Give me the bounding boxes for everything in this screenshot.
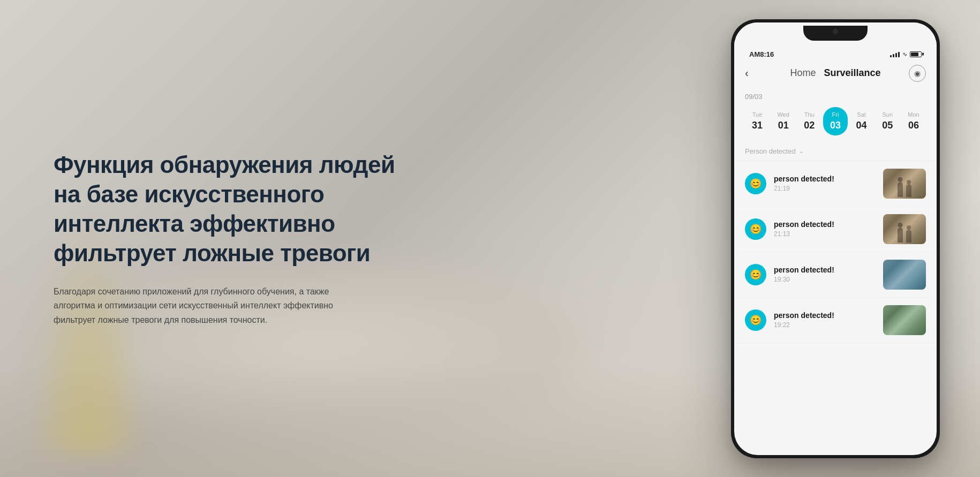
event-title-3: person detected! bbox=[774, 311, 877, 320]
day-item-02[interactable]: Thu02 bbox=[797, 107, 821, 135]
event-title-0: person detected! bbox=[774, 175, 877, 183]
signal-bar-1 bbox=[890, 55, 892, 57]
wifi-icon: ∿ bbox=[902, 51, 907, 58]
event-icon-0: 😊 bbox=[745, 173, 766, 194]
event-item-0[interactable]: 😊person detected!21:19 bbox=[734, 161, 937, 207]
event-title-2: person detected! bbox=[774, 266, 877, 274]
event-thumb-inner-0 bbox=[883, 169, 926, 199]
signal-bar-2 bbox=[893, 54, 894, 57]
day-num-03: 03 bbox=[830, 120, 841, 131]
left-section: Функция обнаружения людейна базе искусст… bbox=[0, 0, 466, 477]
event-info-2: person detected!19:30 bbox=[774, 266, 877, 283]
event-time-3: 19:22 bbox=[774, 321, 877, 329]
event-thumb-0 bbox=[883, 169, 926, 199]
filter-chevron-icon: ⌄ bbox=[799, 148, 804, 155]
event-time-2: 19:30 bbox=[774, 276, 877, 283]
day-item-01[interactable]: Wed01 bbox=[771, 107, 796, 135]
main-title: Функция обнаружения людейна базе искусст… bbox=[54, 150, 423, 268]
day-name-31: Tue bbox=[752, 111, 763, 118]
signal-bar-4 bbox=[898, 52, 900, 57]
day-item-31[interactable]: Tue31 bbox=[745, 107, 770, 135]
day-picker: Tue31Wed01Thu02Fri03Sat04Sun05Mon06 bbox=[745, 107, 926, 135]
day-name-04: Sat bbox=[857, 111, 866, 118]
sub-text: Благодаря сочетанию приложений для глуби… bbox=[54, 285, 353, 327]
back-button[interactable]: ‹ bbox=[745, 67, 762, 79]
event-info-1: person detected!21:13 bbox=[774, 220, 877, 238]
day-num-31: 31 bbox=[752, 120, 763, 131]
day-item-05[interactable]: Sun05 bbox=[875, 107, 900, 135]
event-thumb-1 bbox=[883, 214, 926, 244]
phone-camera bbox=[833, 29, 838, 34]
screen-content: 09/03 Tue31Wed01Thu02Fri03Sat04Sun05Mon0… bbox=[734, 88, 937, 455]
day-num-06: 06 bbox=[908, 120, 919, 131]
phone-mockup-wrapper: AM8:16 ∿ ‹ Hom bbox=[723, 16, 948, 461]
event-title-1: person detected! bbox=[774, 220, 877, 229]
date-label: 09/03 bbox=[745, 93, 926, 101]
signal-bars-icon bbox=[890, 51, 900, 57]
signal-bar-3 bbox=[895, 53, 897, 57]
nav-header: ‹ Home Surveillance ◉ bbox=[734, 63, 937, 88]
filter-text: Person detected bbox=[745, 147, 796, 155]
day-name-03: Fri bbox=[832, 111, 839, 118]
settings-button[interactable]: ◉ bbox=[909, 65, 926, 82]
event-item-3[interactable]: 😊person detected!19:22 bbox=[734, 298, 937, 343]
event-thumb-inner-2 bbox=[883, 260, 926, 290]
event-time-0: 21:19 bbox=[774, 185, 877, 192]
day-item-04[interactable]: Sat04 bbox=[849, 107, 874, 135]
event-icon-3: 😊 bbox=[745, 309, 766, 331]
phone-screen: AM8:16 ∿ ‹ Hom bbox=[734, 22, 937, 455]
status-time: AM8:16 bbox=[749, 50, 774, 58]
date-section: 09/03 Tue31Wed01Thu02Fri03Sat04Sun05Mon0… bbox=[734, 88, 937, 142]
battery-icon bbox=[910, 51, 922, 57]
event-thumb-2 bbox=[883, 260, 926, 290]
battery-fill bbox=[911, 52, 918, 56]
event-info-0: person detected!21:19 bbox=[774, 175, 877, 192]
status-bar: AM8:16 ∿ bbox=[734, 43, 937, 63]
nav-title-surveillance: Surveillance bbox=[824, 67, 880, 78]
event-item-2[interactable]: 😊person detected!19:30 bbox=[734, 252, 937, 298]
day-name-06: Mon bbox=[908, 111, 919, 118]
day-name-01: Wed bbox=[777, 111, 789, 118]
event-info-3: person detected!19:22 bbox=[774, 311, 877, 329]
day-num-02: 02 bbox=[804, 120, 815, 131]
event-time-1: 21:13 bbox=[774, 230, 877, 238]
day-name-05: Sun bbox=[882, 111, 893, 118]
day-item-06[interactable]: Mon06 bbox=[901, 107, 926, 135]
status-icons: ∿ bbox=[890, 51, 922, 58]
day-num-04: 04 bbox=[856, 120, 867, 131]
event-thumb-inner-3 bbox=[883, 305, 926, 335]
day-num-01: 01 bbox=[778, 120, 789, 131]
filter-row[interactable]: Person detected ⌄ bbox=[734, 142, 937, 161]
day-item-03[interactable]: Fri03 bbox=[823, 107, 848, 135]
events-list: 😊person detected!21:19😊person detected!2… bbox=[734, 161, 937, 455]
event-item-1[interactable]: 😊person detected!21:13 bbox=[734, 207, 937, 252]
event-icon-1: 😊 bbox=[745, 218, 766, 240]
phone-device: AM8:16 ∿ ‹ Hom bbox=[731, 19, 940, 458]
day-num-05: 05 bbox=[882, 120, 893, 131]
event-icon-2: 😊 bbox=[745, 264, 766, 285]
event-thumb-inner-1 bbox=[883, 214, 926, 244]
day-name-02: Thu bbox=[804, 111, 815, 118]
settings-icon: ◉ bbox=[914, 69, 921, 78]
nav-title-home: Home bbox=[790, 67, 816, 78]
nav-title: Home Surveillance bbox=[790, 67, 880, 79]
event-thumb-3 bbox=[883, 305, 926, 335]
